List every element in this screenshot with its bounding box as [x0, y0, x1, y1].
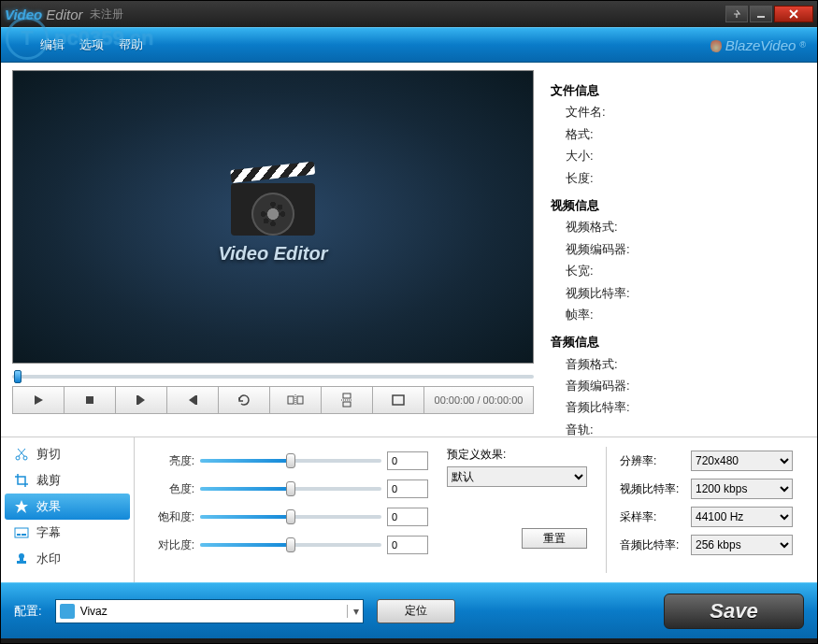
file-info-title: 文件信息	[551, 79, 808, 101]
video-preview: Video Editor	[12, 70, 534, 364]
svg-rect-12	[17, 534, 21, 536]
audio-track-label: 音轨:	[551, 419, 808, 436]
flip-vertical-button[interactable]	[321, 386, 372, 414]
tab-effect[interactable]: 效果	[5, 494, 130, 520]
profile-label: 配置:	[14, 603, 42, 620]
contrast-label: 对比度:	[148, 537, 194, 553]
resolution-select[interactable]: 720x480	[691, 451, 793, 471]
watermark-overlay: T pc0359.cn	[6, 17, 153, 60]
svg-rect-1	[86, 396, 93, 404]
preset-label: 预定义效果:	[447, 447, 587, 463]
saturation-slider[interactable]	[200, 515, 381, 519]
video-bitrate-select[interactable]: 1200 kbps	[691, 479, 793, 499]
profile-value: Vivaz	[80, 605, 108, 618]
svg-rect-0	[757, 16, 765, 18]
overlay-site-text: pc0359.cn	[54, 26, 153, 50]
flip-horizontal-button[interactable]	[269, 386, 321, 414]
resolution-label: 分辨率:	[620, 453, 687, 469]
save-button[interactable]: Save	[664, 594, 804, 629]
brand-label: BlazeVideo®	[710, 37, 806, 53]
subtitle-icon	[14, 525, 29, 540]
audio-codec-label: 音频编码器:	[551, 375, 808, 396]
audio-bitrate-label: 音频比特率:	[551, 396, 808, 418]
file-length-label: 长度:	[551, 167, 808, 189]
preview-placeholder-label: Video Editor	[218, 243, 327, 265]
saturation-value[interactable]	[387, 508, 428, 526]
svg-rect-13	[22, 534, 26, 536]
audio-bitrate-select[interactable]: 256 kbps	[691, 535, 793, 555]
play-button[interactable]	[12, 386, 64, 414]
time-display: 00:00:00 / 00:00:00	[423, 386, 534, 414]
tab-crop[interactable]: 裁剪	[5, 467, 130, 494]
profile-select[interactable]: Vivaz ▾	[55, 599, 364, 623]
svg-rect-3	[195, 395, 197, 405]
reset-button[interactable]: 重置	[522, 528, 587, 549]
video-bitrate-out-label: 视频比特率:	[620, 481, 687, 497]
tab-watermark[interactable]: 水印	[5, 546, 130, 572]
close-button[interactable]	[774, 6, 813, 22]
tab-cut[interactable]: 剪切	[5, 441, 130, 467]
file-format-label: 格式:	[551, 123, 808, 145]
samplerate-select[interactable]: 44100 Hz	[691, 507, 793, 527]
stamp-icon	[14, 551, 29, 566]
hue-slider[interactable]	[200, 487, 381, 491]
profile-icon	[60, 604, 75, 619]
hue-value[interactable]	[387, 479, 428, 498]
minimize-button[interactable]	[750, 6, 772, 22]
stop-button[interactable]	[64, 386, 115, 414]
samplerate-out-label: 采样率:	[620, 509, 687, 525]
brightness-value[interactable]	[387, 451, 428, 470]
video-bitrate-label: 视频比特率:	[551, 282, 808, 304]
audio-info-title: 音频信息	[551, 331, 808, 352]
contrast-slider[interactable]	[200, 543, 381, 547]
svg-rect-8	[393, 395, 404, 405]
svg-rect-6	[343, 394, 351, 398]
file-name-label: 文件名:	[551, 101, 808, 122]
video-format-label: 视频格式:	[551, 216, 808, 237]
pin-button[interactable]	[725, 6, 748, 22]
svg-point-10	[23, 456, 27, 460]
flame-icon	[710, 37, 722, 52]
seek-thumb[interactable]	[14, 370, 22, 383]
contrast-value[interactable]	[387, 536, 428, 554]
audio-bitrate-out-label: 音频比特率:	[620, 537, 687, 553]
saturation-label: 饱和度:	[148, 509, 194, 525]
seek-bar[interactable]	[12, 367, 534, 384]
dropdown-arrow-icon: ▾	[347, 605, 359, 618]
video-fps-label: 帧率:	[551, 304, 808, 325]
overlay-logo-icon: T	[6, 17, 49, 60]
svg-rect-7	[343, 402, 351, 407]
video-info-title: 视频信息	[551, 194, 808, 216]
crop-icon	[14, 473, 29, 488]
audio-format-label: 音频格式:	[551, 353, 808, 375]
star-icon	[14, 499, 29, 514]
preset-select[interactable]: 默认	[447, 466, 587, 487]
fullscreen-button[interactable]	[372, 386, 423, 414]
scissors-icon	[14, 447, 29, 462]
svg-rect-2	[136, 395, 138, 405]
locate-button[interactable]: 定位	[377, 599, 455, 623]
svg-rect-5	[297, 396, 303, 404]
rotate-button[interactable]	[218, 386, 269, 414]
video-codec-label: 视频编码器:	[551, 238, 808, 260]
brightness-label: 亮度:	[148, 453, 194, 469]
svg-point-9	[16, 456, 20, 460]
hue-label: 色度:	[148, 481, 194, 497]
mark-in-button[interactable]	[115, 386, 166, 414]
file-size-label: 大小:	[551, 145, 808, 166]
brightness-slider[interactable]	[200, 459, 381, 463]
svg-rect-11	[15, 528, 28, 537]
svg-rect-16	[20, 558, 23, 562]
video-dim-label: 长宽:	[551, 260, 808, 281]
mark-out-button[interactable]	[166, 386, 218, 414]
svg-rect-4	[288, 396, 294, 404]
info-panel: 文件信息 文件名: 格式: 大小: 长度: 视频信息 视频格式: 视频编码器: …	[541, 63, 817, 436]
tab-subtitle[interactable]: 字幕	[5, 520, 130, 546]
clapper-icon	[231, 170, 315, 236]
